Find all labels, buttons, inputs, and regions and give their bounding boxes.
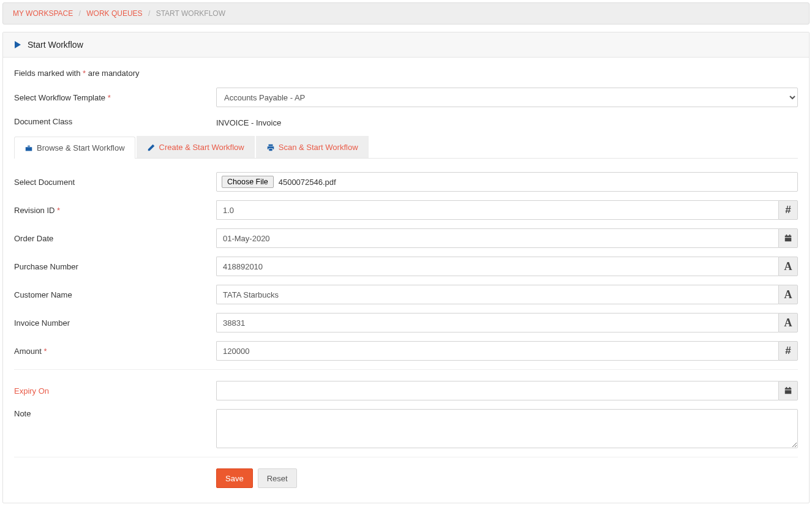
label-select-document: Select Document: [14, 178, 216, 187]
breadcrumb-current: START WORKFLOW: [156, 9, 225, 18]
print-icon: [266, 143, 275, 152]
breadcrumb: MY WORKSPACE / WORK QUEUES / START WORKF…: [2, 2, 810, 24]
label-purchase-number: Purchase Number: [14, 262, 216, 271]
document-class-value: INVOICE - Invoice: [216, 116, 281, 127]
customer-name-input[interactable]: [216, 285, 778, 304]
purchase-number-input[interactable]: [216, 257, 778, 276]
mandatory-note: Fields marked with * are mandatory: [14, 69, 798, 78]
panel-title: Start Workflow: [28, 40, 83, 50]
form-actions: Save Reset: [216, 468, 798, 488]
text-type-icon: A: [778, 257, 798, 276]
breadcrumb-my-workspace[interactable]: MY WORKSPACE: [13, 9, 73, 18]
workflow-template-select[interactable]: Accounts Payable - AP: [216, 88, 798, 107]
tab-browse-start[interactable]: Browse & Start Workflow: [14, 137, 135, 159]
label-note: Note: [14, 409, 216, 418]
choose-file-button[interactable]: Choose File: [222, 176, 274, 188]
revision-id-input[interactable]: [216, 200, 778, 220]
divider: [14, 369, 798, 370]
tab-scan-start[interactable]: Scan & Start Workflow: [256, 136, 369, 158]
label-customer-name: Customer Name: [14, 290, 216, 299]
panel-header: Start Workflow: [3, 32, 809, 58]
separator-icon: /: [148, 9, 150, 18]
note-textarea[interactable]: [216, 409, 798, 448]
text-type-icon: A: [778, 285, 798, 304]
hash-icon: #: [778, 341, 798, 361]
label-invoice-number: Invoice Number: [14, 318, 216, 328]
amount-input[interactable]: [216, 341, 778, 361]
label-workflow-template: Select Workflow Template *: [14, 93, 216, 102]
hash-icon: #: [778, 200, 798, 220]
separator-icon: /: [79, 9, 81, 18]
expiry-on-input[interactable]: [216, 381, 778, 400]
file-picker[interactable]: Choose File 4500072546.pdf: [216, 172, 798, 192]
play-icon: [13, 40, 23, 50]
invoice-number-input[interactable]: [216, 313, 778, 332]
breadcrumb-work-queues[interactable]: WORK QUEUES: [86, 9, 142, 18]
label-revision-id: Revision ID *: [14, 206, 216, 215]
reset-button[interactable]: Reset: [258, 468, 297, 488]
tabs: Browse & Start Workflow Create & Start W…: [14, 136, 798, 159]
calendar-icon[interactable]: [778, 228, 798, 248]
calendar-icon[interactable]: [778, 381, 798, 400]
label-amount: Amount *: [14, 347, 216, 356]
file-name: 4500072546.pdf: [279, 178, 336, 187]
save-button[interactable]: Save: [216, 468, 253, 488]
label-order-date: Order Date: [14, 234, 216, 243]
label-document-class: Document Class: [14, 117, 216, 126]
label-expiry-on: Expiry On: [14, 386, 216, 396]
briefcase-icon: [24, 144, 33, 152]
order-date-input[interactable]: [216, 228, 778, 248]
text-type-icon: A: [778, 313, 798, 332]
tab-create-start[interactable]: Create & Start Workflow: [137, 136, 255, 158]
edit-icon: [147, 143, 156, 152]
divider: [14, 457, 798, 457]
start-workflow-panel: Start Workflow Fields marked with * are …: [2, 32, 810, 503]
